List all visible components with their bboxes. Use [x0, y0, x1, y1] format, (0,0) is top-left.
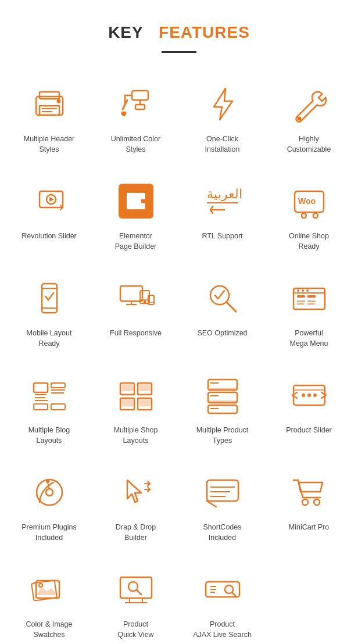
- feature-label: Drap & DropBuilder: [116, 523, 156, 543]
- svg-point-89: [314, 499, 320, 505]
- feature-label: Color & ImageSwatches: [26, 620, 73, 640]
- svg-line-84: [207, 501, 216, 507]
- svg-rect-17: [127, 199, 141, 204]
- slider-icon: [26, 178, 73, 224]
- mobile-icon: [26, 275, 73, 321]
- features-grid: Multiple HeaderStyles Unlimited ColorSty…: [0, 70, 358, 644]
- feature-mobile-layout-ready: Mobile LayoutReady: [6, 264, 92, 362]
- feature-rtl-support: العربية RTL Support: [179, 167, 266, 264]
- woo-icon: Woo: [286, 178, 332, 224]
- feature-product-slider: Product Slider: [266, 362, 352, 459]
- feature-highly-customizable: HighlyCustomizable: [266, 70, 352, 167]
- feature-label: Unlimited ColorStyles: [111, 134, 160, 155]
- feature-multiple-header-styles: Multiple HeaderStyles: [6, 70, 92, 167]
- svg-marker-9: [214, 88, 232, 120]
- svg-point-33: [144, 301, 145, 303]
- svg-rect-2: [40, 106, 59, 115]
- blog-icon: [26, 372, 73, 418]
- feature-label: HighlyCustomizable: [287, 134, 331, 155]
- svg-rect-67: [208, 388, 237, 390]
- feature-seo-optimized: SEO Optimized: [179, 264, 266, 362]
- feature-powerful-mega-menu: PowerfulMega Menu: [266, 264, 352, 362]
- responsive-icon: [113, 275, 159, 321]
- feature-label: ProductQuick View: [117, 620, 153, 640]
- svg-rect-6: [132, 91, 148, 100]
- feature-label: Multiple HeaderStyles: [24, 134, 75, 155]
- feature-label: Multiple ShopLayouts: [114, 425, 158, 446]
- svg-point-75: [307, 393, 311, 397]
- plugins-icon: [26, 469, 73, 516]
- svg-rect-57: [51, 404, 65, 410]
- product-slider-icon: [286, 372, 332, 418]
- elementor-icon: [113, 178, 159, 224]
- svg-rect-53: [51, 383, 65, 388]
- megamenu-icon: [286, 275, 332, 321]
- svg-point-74: [302, 393, 305, 397]
- feature-label: Multiple ProductTypes: [196, 425, 249, 446]
- feature-label: Mobile LayoutReady: [27, 328, 72, 349]
- svg-point-76: [313, 393, 317, 397]
- wrench-icon: [286, 81, 332, 127]
- feature-label: Product Slider: [286, 425, 332, 436]
- rtl-icon: العربية: [199, 178, 246, 224]
- feature-label: Online ShopReady: [289, 231, 329, 252]
- feature-elementor-page-builder: ElementorPage Builder: [92, 167, 179, 264]
- svg-rect-49: [34, 383, 48, 392]
- svg-rect-62: [121, 384, 133, 391]
- svg-rect-8: [135, 105, 145, 109]
- color-icon: [113, 81, 159, 127]
- svg-rect-15: [127, 194, 145, 199]
- feature-multiple-product-types: Multiple ProductTypes: [179, 362, 266, 459]
- svg-text:العربية: العربية: [207, 187, 242, 202]
- seo-icon: [199, 275, 246, 321]
- feature-label: ProductAJAX Live Search: [193, 620, 252, 640]
- svg-point-5: [57, 100, 60, 103]
- svg-rect-16: [127, 203, 145, 209]
- feature-product-ajax-live-search: ProductAJAX Live Search: [179, 556, 266, 644]
- feature-label: ElementorPage Builder: [115, 231, 157, 252]
- feature-label: RTL Support: [202, 231, 242, 242]
- shop-icon: [113, 372, 159, 418]
- feature-revolution-slider: Revolution Slider: [6, 167, 92, 264]
- svg-rect-65: [139, 399, 151, 406]
- feature-label: One-ClickInstallation: [205, 134, 240, 155]
- feature-label: Revolution Slider: [22, 231, 77, 242]
- svg-point-82: [46, 480, 49, 483]
- feature-label: SEO Optimized: [197, 328, 247, 339]
- feature-multiple-shop-layouts: Multiple ShopLayouts: [92, 362, 179, 459]
- svg-line-98: [137, 590, 141, 595]
- svg-rect-83: [207, 480, 238, 501]
- shortcodes-icon: [199, 469, 246, 516]
- feature-online-shop-ready: Woo Online ShopReady: [266, 167, 352, 264]
- svg-rect-43: [297, 295, 305, 298]
- svg-point-10: [298, 117, 300, 120]
- svg-rect-93: [120, 577, 152, 598]
- feature-label: Full Responsive: [110, 328, 162, 339]
- ajaxsearch-icon: [199, 566, 246, 613]
- svg-rect-63: [139, 384, 151, 391]
- feature-color-image-swatches: Color & ImageSwatches: [6, 556, 92, 644]
- swatches-icon: [26, 566, 73, 613]
- feature-multiple-blog-layouts: Multiple BlogLayouts: [6, 362, 92, 459]
- title-underline: [162, 51, 196, 53]
- feature-label: PowerfulMega Menu: [289, 328, 328, 349]
- svg-rect-64: [121, 399, 133, 406]
- svg-point-92: [39, 584, 42, 587]
- feature-drap-drop-builder: Drap & DropBuilder: [92, 459, 179, 556]
- svg-point-40: [297, 289, 299, 292]
- bolt-icon: [199, 81, 246, 127]
- feature-one-click-installation: One-ClickInstallation: [179, 70, 266, 167]
- feature-full-responsive: Full Responsive: [92, 264, 179, 362]
- svg-point-80: [46, 489, 53, 496]
- dragdrop-icon: [113, 469, 159, 516]
- svg-line-37: [227, 302, 236, 312]
- svg-rect-27: [120, 286, 142, 301]
- feature-unlimited-color-styles: Unlimited ColorStyles: [92, 70, 179, 167]
- feature-empty: [266, 556, 352, 644]
- feature-label: Multiple BlogLayouts: [28, 425, 70, 446]
- svg-rect-1: [40, 92, 59, 99]
- svg-rect-70: [208, 400, 237, 403]
- page-title: KEY FEATURES: [0, 0, 358, 48]
- svg-rect-44: [307, 295, 316, 298]
- header-icon: [26, 81, 73, 127]
